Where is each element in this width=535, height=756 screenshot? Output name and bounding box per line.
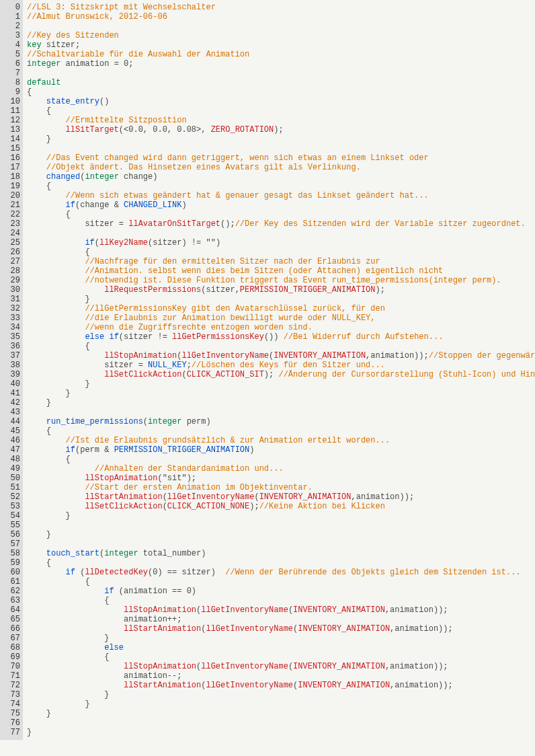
code-line: if(perm & PERMISSION_TRIGGER_ANIMATION) <box>27 445 531 455</box>
code-line: if (llDetectedKey(0) == sitzer) //Wenn d… <box>27 568 531 577</box>
code-line: run_time_permissions(integer perm) <box>27 417 531 426</box>
line-number: 2 <box>5 22 20 31</box>
line-number: 66 <box>5 624 20 634</box>
line-number: 53 <box>5 502 20 511</box>
line-number: 13 <box>5 125 20 135</box>
line-number: 47 <box>5 445 20 455</box>
code-line: { <box>27 106 531 116</box>
code-line: if(llKey2Name(sitzer) != "") <box>27 238 531 248</box>
line-number: 75 <box>5 709 20 718</box>
line-number: 29 <box>5 276 20 285</box>
line-number: 45 <box>5 426 20 436</box>
line-number: 21 <box>5 200 20 210</box>
line-number: 25 <box>5 238 20 248</box>
code-line: llSetClickAction(CLICK_ACTION_NONE);//Ke… <box>27 502 531 511</box>
code-line: key sitzer; <box>27 40 531 50</box>
line-number: 50 <box>5 474 20 483</box>
code-line: llRequestPermissions(sitzer,PERMISSION_T… <box>27 285 531 295</box>
code-line: } <box>27 135 531 144</box>
code-line: state_entry() <box>27 97 531 106</box>
code-area: //LSL 3: Sitzskript mit Wechselschalter/… <box>23 0 535 740</box>
line-number: 14 <box>5 135 20 144</box>
line-number: 77 <box>5 728 20 737</box>
line-number: 34 <box>5 323 20 332</box>
code-line: //Key des Sitzenden <box>27 31 531 40</box>
code-line: { <box>27 652 531 662</box>
code-line: //notwendig ist. Diese Funktion triggert… <box>27 276 531 285</box>
code-line: { <box>27 342 531 351</box>
code-line: //Das Event changed wird dann getriggert… <box>27 153 531 163</box>
line-number: 1 <box>5 12 20 22</box>
line-number: 3 <box>5 31 20 40</box>
line-number: 58 <box>5 549 20 558</box>
line-number: 63 <box>5 596 20 605</box>
line-number: 52 <box>5 492 20 502</box>
code-line: } <box>27 398 531 408</box>
code-line: } <box>27 511 531 521</box>
line-number: 68 <box>5 643 20 652</box>
line-number: 70 <box>5 662 20 671</box>
code-line: changed(integer change) <box>27 172 531 182</box>
line-number: 72 <box>5 681 20 690</box>
line-number: 32 <box>5 304 20 313</box>
line-number: 56 <box>5 530 20 539</box>
code-line: animation--; <box>27 671 531 681</box>
line-number: 44 <box>5 417 20 426</box>
code-line: { <box>27 182 531 191</box>
line-number: 18 <box>5 172 20 182</box>
line-number: 6 <box>5 59 20 69</box>
line-number: 9 <box>5 87 20 97</box>
line-number: 33 <box>5 313 20 323</box>
code-line <box>27 521 531 530</box>
line-number: 27 <box>5 257 20 266</box>
code-line: } <box>27 709 531 718</box>
line-number: 74 <box>5 700 20 709</box>
code-line <box>27 22 531 31</box>
line-number: 65 <box>5 615 20 624</box>
code-line: //Ermittelte Sitzposition <box>27 116 531 125</box>
code-line: llSitTarget(<0.0, 0.0, 0.08>, ZERO_ROTAT… <box>27 125 531 135</box>
code-line: //LSL 3: Sitzskript mit Wechselschalter <box>27 3 531 12</box>
code-line: { <box>27 455 531 464</box>
line-number: 30 <box>5 285 20 295</box>
line-number: 76 <box>5 718 20 728</box>
code-line: llStartAnimation(llGetInventoryName(INVE… <box>27 681 531 690</box>
line-number: 40 <box>5 379 20 389</box>
code-line: else <box>27 643 531 652</box>
code-line: llStartAnimation(llGetInventoryName(INVE… <box>27 624 531 634</box>
code-line: llStopAnimation("sit"); <box>27 474 531 483</box>
code-line: { <box>27 577 531 587</box>
line-number: 42 <box>5 398 20 408</box>
code-line: //Nachfrage für den ermittelten Sitzer n… <box>27 257 531 266</box>
line-number: 51 <box>5 483 20 492</box>
code-line: //die Erlaubnis zur Animation bewilligt … <box>27 313 531 323</box>
line-number: 0 <box>5 3 20 12</box>
code-line: else if(sitzer != llGetPermissionsKey())… <box>27 332 531 342</box>
code-line: { <box>27 426 531 436</box>
code-line: if(change & CHANGED_LINK) <box>27 200 531 210</box>
code-line: { <box>27 210 531 219</box>
line-number: 19 <box>5 182 20 191</box>
code-line: sitzer = NULL_KEY;//Löschen des Keys für… <box>27 361 531 370</box>
line-number: 16 <box>5 153 20 163</box>
line-number: 5 <box>5 50 20 59</box>
code-line: { <box>27 87 531 97</box>
code-line: } <box>27 379 531 389</box>
code-line: } <box>27 728 531 737</box>
code-line <box>27 69 531 78</box>
line-number: 28 <box>5 266 20 276</box>
line-number: 39 <box>5 370 20 379</box>
code-line: //Animation. selbst wenn dies beim Sitze… <box>27 266 531 276</box>
line-number: 23 <box>5 219 20 229</box>
line-number: 22 <box>5 210 20 219</box>
line-number: 46 <box>5 436 20 445</box>
line-number: 54 <box>5 511 20 521</box>
line-number: 55 <box>5 521 20 530</box>
code-line: //Almut Brunswick, 2012-06-06 <box>27 12 531 22</box>
line-number: 62 <box>5 587 20 596</box>
code-line: //Start der ersten Animation im Objektin… <box>27 483 531 492</box>
line-number: 48 <box>5 455 20 464</box>
code-line: //Objekt ändert. Das Hinsetzen eines Ava… <box>27 163 531 172</box>
line-number: 10 <box>5 97 20 106</box>
line-number: 26 <box>5 248 20 257</box>
